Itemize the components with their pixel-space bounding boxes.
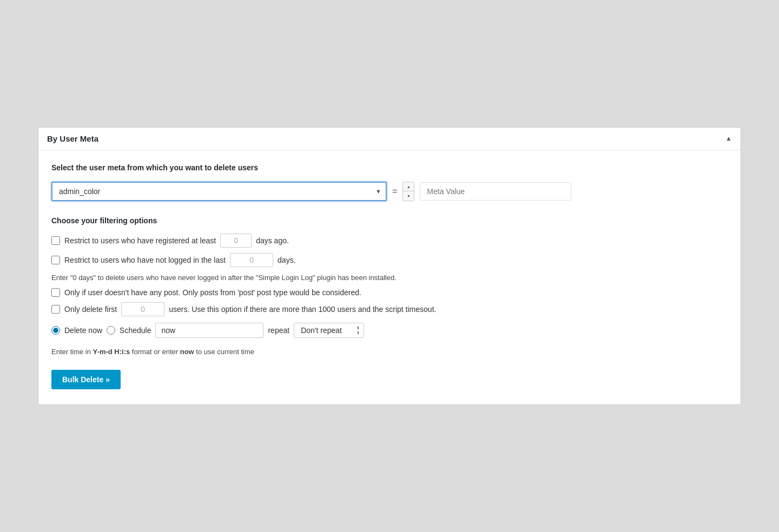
spinner-down[interactable]: ▼	[403, 191, 414, 201]
time-format-text-1: Enter time in	[51, 348, 93, 356]
no-posts-checkbox[interactable]	[51, 288, 60, 297]
meta-select-row: admin_color session_tokens capabilities …	[51, 182, 728, 201]
registered-days-label-before: Restrict to users who have registered at…	[64, 236, 216, 245]
only-first-row: Only delete first users. Use this option…	[51, 302, 728, 316]
repeat-select-wrapper: Don't repeat Hourly Daily Weekly Monthly	[294, 323, 364, 338]
last-login-input[interactable]	[230, 253, 273, 267]
time-format-text-2: format or enter	[130, 348, 180, 356]
panel-title: By User Meta	[47, 134, 98, 143]
time-format-bold-1: Y-m-d H:i:s	[93, 348, 130, 356]
meta-select-label: Select the user meta from which you want…	[51, 163, 728, 172]
equals-sign: =	[392, 187, 397, 196]
last-login-checkbox[interactable]	[51, 256, 60, 264]
registered-days-row: Restrict to users who have registered at…	[51, 234, 728, 248]
spinner-up[interactable]: ▲	[403, 182, 414, 192]
delete-now-radio[interactable]	[51, 326, 60, 335]
delete-schedule-row: Delete now Schedule repeat Don't repeat …	[51, 323, 728, 338]
repeat-select[interactable]: Don't repeat Hourly Daily Weekly Monthly	[294, 323, 364, 338]
only-first-label-before: Only delete first	[64, 305, 117, 314]
last-login-row: Restrict to users who have not logged in…	[51, 253, 728, 267]
operator-spinner[interactable]: ▲ ▼	[402, 182, 414, 201]
time-format-text: Enter time in Y-m-d H:i:s format or ente…	[51, 347, 728, 358]
filter-options: Restrict to users who have registered at…	[51, 234, 728, 358]
time-format-text-3: to use current time	[194, 348, 254, 356]
panel-body: Select the user meta from which you want…	[38, 150, 741, 404]
schedule-input[interactable]	[155, 323, 263, 338]
last-login-label-before: Restrict to users who have not logged in…	[64, 256, 226, 264]
registered-days-checkbox[interactable]	[51, 236, 60, 245]
no-posts-label: Only if user doesn't have any post. Only…	[64, 288, 361, 297]
bulk-delete-button[interactable]: Bulk Delete »	[51, 370, 121, 389]
by-user-meta-panel: By User Meta ▲ Select the user meta from…	[38, 127, 741, 405]
repeat-label: repeat	[268, 326, 289, 335]
no-posts-row: Only if user doesn't have any post. Only…	[51, 288, 728, 297]
panel-header: By User Meta ▲	[38, 128, 741, 150]
collapse-icon[interactable]: ▲	[725, 135, 732, 142]
last-login-info-text: Enter "0 days" to delete users who have …	[51, 272, 397, 283]
only-first-input[interactable]	[121, 302, 164, 316]
last-login-info-row: Enter "0 days" to delete users who have …	[51, 272, 728, 283]
schedule-label: Schedule	[120, 326, 151, 335]
schedule-radio[interactable]	[107, 326, 115, 335]
meta-value-input[interactable]	[420, 182, 571, 201]
only-first-label-after: users. Use this option if there are more…	[169, 305, 436, 314]
meta-key-select-wrapper: admin_color session_tokens capabilities …	[51, 182, 387, 201]
time-format-bold-2: now	[180, 348, 194, 356]
only-first-checkbox[interactable]	[51, 305, 60, 314]
last-login-label-after: days.	[278, 256, 295, 264]
delete-now-label: Delete now	[64, 326, 102, 335]
registered-days-label-after: days ago.	[256, 236, 289, 245]
filter-section-label: Choose your filtering options	[51, 216, 728, 225]
registered-days-input[interactable]	[220, 234, 252, 248]
meta-key-select[interactable]: admin_color session_tokens capabilities …	[51, 182, 387, 201]
